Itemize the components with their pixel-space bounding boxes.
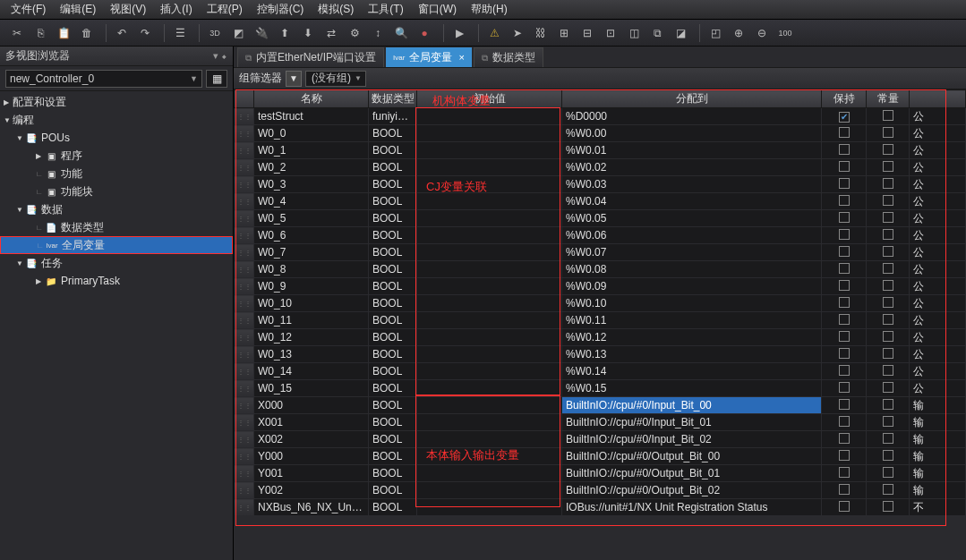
table-row[interactable]: ⋮⋮W0_5BOOL%W0.05公 xyxy=(235,210,966,227)
cell-const[interactable] xyxy=(867,278,910,295)
cell-extra[interactable]: 公 xyxy=(910,244,966,261)
tree-globalvar[interactable]: ∟Ivar全局变量 xyxy=(0,236,233,254)
view3d-icon[interactable]: 3D xyxy=(203,22,227,44)
cut-icon[interactable]: ✂ xyxy=(5,22,29,44)
row-grip[interactable]: ⋮⋮ xyxy=(235,108,254,125)
cell-extra[interactable]: 公 xyxy=(910,159,966,176)
copy-icon[interactable]: ⎘ xyxy=(29,22,52,44)
table-row[interactable]: ⋮⋮X000BOOLBuiltInIO://cpu/#0/Input_Bit_0… xyxy=(235,397,966,414)
cell-const[interactable] xyxy=(867,414,910,431)
row-grip[interactable]: ⋮⋮ xyxy=(235,142,254,159)
cell-extra[interactable]: 公 xyxy=(910,227,966,244)
cell-retain[interactable] xyxy=(822,227,867,244)
row-grip[interactable]: ⋮⋮ xyxy=(235,261,254,278)
cell-type[interactable]: BOOL xyxy=(369,193,417,210)
redo-icon[interactable]: ↷ xyxy=(133,22,157,44)
cell-retain[interactable] xyxy=(822,261,867,278)
cell-extra[interactable]: 公 xyxy=(910,261,966,278)
row-grip[interactable]: ⋮⋮ xyxy=(235,227,254,244)
cell-const[interactable] xyxy=(867,227,910,244)
tab-datatype[interactable]: ⧉数据类型 xyxy=(474,47,543,67)
cell-extra[interactable]: 输 xyxy=(910,414,966,431)
cell-assign[interactable]: BuiltInIO://cpu/#0/Output_Bit_02 xyxy=(562,482,822,499)
table-row[interactable]: ⋮⋮W0_11BOOL%W0.11公 xyxy=(235,312,966,329)
table-row[interactable]: ⋮⋮W0_12BOOL%W0.12公 xyxy=(235,329,966,346)
cell-extra[interactable]: 输 xyxy=(910,431,966,448)
cell-const[interactable] xyxy=(867,193,910,210)
cell-name[interactable]: W0_9 xyxy=(254,278,369,295)
cell-const[interactable] xyxy=(867,244,910,261)
table-row[interactable]: ⋮⋮W0_1BOOL%W0.01公 xyxy=(235,142,966,159)
cell-type[interactable]: BOOL xyxy=(369,295,417,312)
row-grip[interactable]: ⋮⋮ xyxy=(235,397,254,414)
cell-assign[interactable]: %W0.09 xyxy=(562,278,822,295)
cell-name[interactable]: W0_12 xyxy=(254,329,369,346)
cell-type[interactable]: BOOL xyxy=(369,227,417,244)
cell-assign[interactable]: %W0.06 xyxy=(562,227,822,244)
table-row[interactable]: ⋮⋮W0_10BOOL%W0.10公 xyxy=(235,295,966,312)
cell-init[interactable] xyxy=(417,499,562,516)
variable-table[interactable]: 机构体变量 CJ变量关联 本体输入输出变量 名称 数据类型 初始值 分配到 xyxy=(234,89,966,560)
cell-retain[interactable] xyxy=(822,278,867,295)
table-row[interactable]: ⋮⋮W0_6BOOL%W0.06公 xyxy=(235,227,966,244)
cell-init[interactable] xyxy=(417,482,562,499)
cell-extra[interactable]: 公 xyxy=(910,108,966,125)
menu-tools[interactable]: 工具(T) xyxy=(361,0,410,19)
controller-dropdown[interactable]: new_Controller_0 ▼ xyxy=(5,70,202,88)
tree-program[interactable]: ▶▣程序 xyxy=(0,147,233,165)
cell-assign[interactable]: %W0.04 xyxy=(562,193,822,210)
tree-datatype[interactable]: ∟📄数据类型 xyxy=(0,218,233,236)
tree-programming[interactable]: ▼编程 xyxy=(0,111,233,129)
menu-window[interactable]: 窗口(W) xyxy=(411,0,464,19)
cell-type[interactable]: BOOL xyxy=(369,142,417,159)
cell-init[interactable] xyxy=(417,244,562,261)
cell-type[interactable]: BOOL xyxy=(369,329,417,346)
crop-icon[interactable]: ◰ xyxy=(704,22,727,44)
tree-data[interactable]: ▼📑数据 xyxy=(0,200,233,218)
cell-const[interactable] xyxy=(867,499,910,516)
cell-assign[interactable]: BuiltInIO://cpu/#0/Output_Bit_01 xyxy=(562,465,822,482)
cell-name[interactable]: testStruct xyxy=(254,108,369,125)
row-grip[interactable]: ⋮⋮ xyxy=(235,482,254,499)
tree-function[interactable]: ∟▣功能 xyxy=(0,165,233,182)
cell-name[interactable]: W0_7 xyxy=(254,244,369,261)
cell-assign[interactable]: %W0.01 xyxy=(562,142,822,159)
cell-type[interactable]: BOOL xyxy=(369,278,417,295)
cell-type[interactable]: BOOL xyxy=(369,159,417,176)
transfer-icon[interactable]: ↕ xyxy=(366,22,389,44)
cell-const[interactable] xyxy=(867,329,910,346)
cell-name[interactable]: NXBus_N6_NX_Unit_R xyxy=(254,499,369,516)
row-grip[interactable]: ⋮⋮ xyxy=(235,329,254,346)
cell-extra[interactable]: 公 xyxy=(910,329,966,346)
row-grip[interactable]: ⋮⋮ xyxy=(235,363,254,380)
table-row[interactable]: ⋮⋮testStructfuniyiStruct%D0000公 xyxy=(235,108,966,125)
header-const[interactable]: 常量 xyxy=(867,90,910,108)
table-row[interactable]: ⋮⋮Y002BOOLBuiltInIO://cpu/#0/Output_Bit_… xyxy=(235,482,966,499)
cell-const[interactable] xyxy=(867,176,910,193)
filter-dropdown[interactable]: (没有组) xyxy=(305,71,366,87)
menu-simulate[interactable]: 模拟(S) xyxy=(311,0,361,19)
cell-const[interactable] xyxy=(867,125,910,142)
cell-assign[interactable]: BuiltInIO://cpu/#0/Output_Bit_00 xyxy=(562,448,822,465)
cell-name[interactable]: X000 xyxy=(254,397,369,414)
cell-type[interactable]: BOOL xyxy=(369,261,417,278)
header-retain[interactable]: 保持 xyxy=(822,90,867,108)
cell-name[interactable]: W0_6 xyxy=(254,227,369,244)
cell-const[interactable] xyxy=(867,346,910,363)
build-icon[interactable]: ⚙ xyxy=(343,22,366,44)
cell-type[interactable]: BOOL xyxy=(369,482,417,499)
cell-type[interactable]: BOOL xyxy=(369,210,417,227)
cell-name[interactable]: W0_15 xyxy=(254,380,369,397)
cell-init[interactable] xyxy=(417,295,562,312)
download-icon[interactable]: ⬇ xyxy=(296,22,320,44)
cell-extra[interactable]: 公 xyxy=(910,210,966,227)
header-type[interactable]: 数据类型 xyxy=(369,90,417,108)
filter-icon[interactable]: ▼ xyxy=(286,71,302,87)
tab-ethernet[interactable]: ⧉内置EtherNet/IP端口设置 xyxy=(237,47,384,67)
header-name[interactable]: 名称 xyxy=(254,90,369,108)
cell-type[interactable]: BOOL xyxy=(369,499,417,516)
cell-init[interactable] xyxy=(417,210,562,227)
menu-insert[interactable]: 插入(I) xyxy=(153,0,199,19)
table-row[interactable]: ⋮⋮Y000BOOLBuiltInIO://cpu/#0/Output_Bit_… xyxy=(235,448,966,465)
cell-name[interactable]: X002 xyxy=(254,431,369,448)
